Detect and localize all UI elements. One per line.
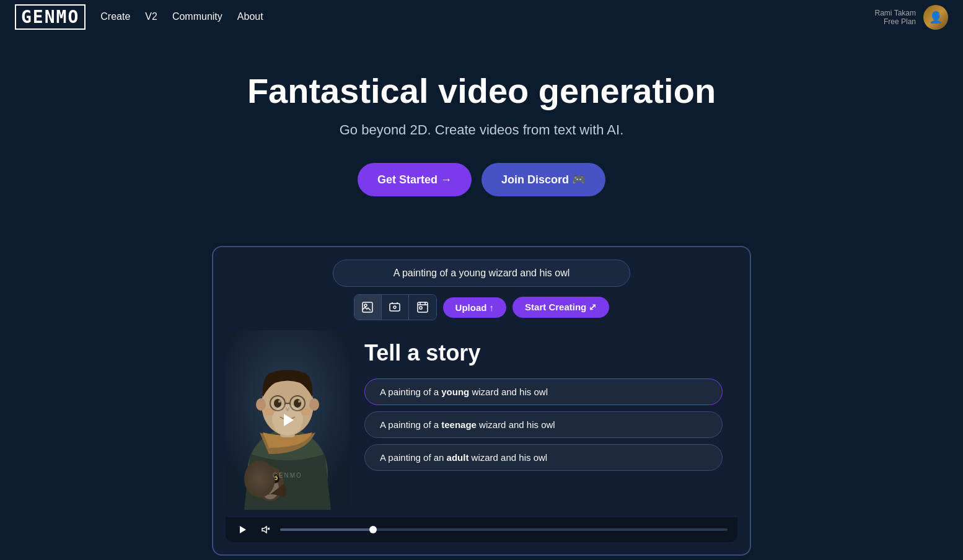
get-started-button[interactable]: Get Started → [358,163,472,196]
demo-card: Upload ↑ Start Creating ⤢ [212,246,751,556]
image-icon-2[interactable] [382,295,409,320]
join-discord-button[interactable]: Join Discord 🎮 [482,163,605,196]
svg-rect-2 [390,304,400,311]
upload-label: Upload ↑ [455,302,495,313]
story-suffix-0: wizard and his owl [469,387,548,397]
story-option-teenage[interactable]: A painting of a teenage wizard and his o… [364,411,723,438]
watermark: GENMO [273,472,302,479]
play-icon [284,414,294,426]
svg-point-24 [261,475,270,483]
play-button[interactable] [272,405,303,435]
progress-thumb [369,526,377,533]
demo-controls: Upload ↑ Start Creating ⤢ [354,294,610,320]
hero-section: Fantastical video generation Go beyond 2… [0,33,963,246]
progress-fill [280,528,369,531]
story-option-young[interactable]: A painting of a young wizard and his owl [364,378,723,405]
logo: GENMO [15,4,86,30]
start-creating-label: Start Creating ⤢ [525,302,597,313]
image-icon-1[interactable] [354,295,382,320]
video-controls-bar [226,517,737,542]
nav-right: Rami Takam Free Plan 👤 [875,5,948,30]
hero-title: Fantastical video generation [12,71,951,111]
svg-point-26 [264,476,268,480]
svg-point-1 [364,304,367,307]
story-bold-1: teenage [441,419,477,430]
nav-links: Create V2 Community About [100,11,263,22]
icon-group [354,294,437,320]
upload-button[interactable]: Upload ↑ [443,297,507,318]
nav-link-community[interactable]: Community [172,11,222,22]
image-icon-3[interactable] [409,295,436,320]
svg-rect-0 [363,302,372,312]
play-pause-button[interactable] [235,522,250,537]
user-info: Rami Takam Free Plan [875,9,916,26]
video-thumbnail: GENMO [226,330,350,510]
story-bold-2: adult [447,452,469,463]
svg-rect-5 [420,307,422,309]
start-creating-button[interactable]: Start Creating ⤢ [512,297,609,318]
user-subtitle: Free Plan [875,17,916,26]
mute-button[interactable] [258,522,273,537]
nav-link-v2[interactable]: V2 [145,11,157,22]
prompt-input[interactable] [333,260,630,287]
hero-buttons: Get Started → Join Discord 🎮 [12,163,951,196]
video-title: Tell a story [364,340,723,366]
nav-link-about[interactable]: About [237,11,263,22]
story-prefix-1: A painting of a [380,419,441,430]
hero-subtitle: Go beyond 2D. Create videos from text wi… [12,122,951,138]
navbar: GENMO Create V2 Community About Rami Tak… [0,0,963,33]
video-area: GENMO Tell a story A painting of a young… [226,330,737,510]
svg-point-3 [394,306,396,308]
user-name: Rami Takam [875,9,916,17]
nav-link-create[interactable]: Create [100,11,130,22]
story-bold-0: young [441,387,469,397]
svg-point-28 [265,478,267,479]
story-prefix-0: A painting of a [380,387,441,397]
story-prefix-2: A painting of an [380,452,447,463]
svg-point-18 [278,400,281,403]
story-suffix-2: wizard and his owl [468,452,547,463]
story-suffix-1: wizard and his owl [477,419,555,430]
svg-point-11 [256,398,266,411]
svg-point-12 [309,398,319,411]
video-info: Tell a story A painting of a young wizar… [350,330,737,510]
avatar[interactable]: 👤 [923,5,948,30]
svg-point-19 [298,400,301,403]
demo-card-top: Upload ↑ Start Creating ⤢ [226,260,737,320]
story-option-adult[interactable]: A painting of an adult wizard and his ow… [364,444,723,471]
progress-bar[interactable] [280,528,728,531]
